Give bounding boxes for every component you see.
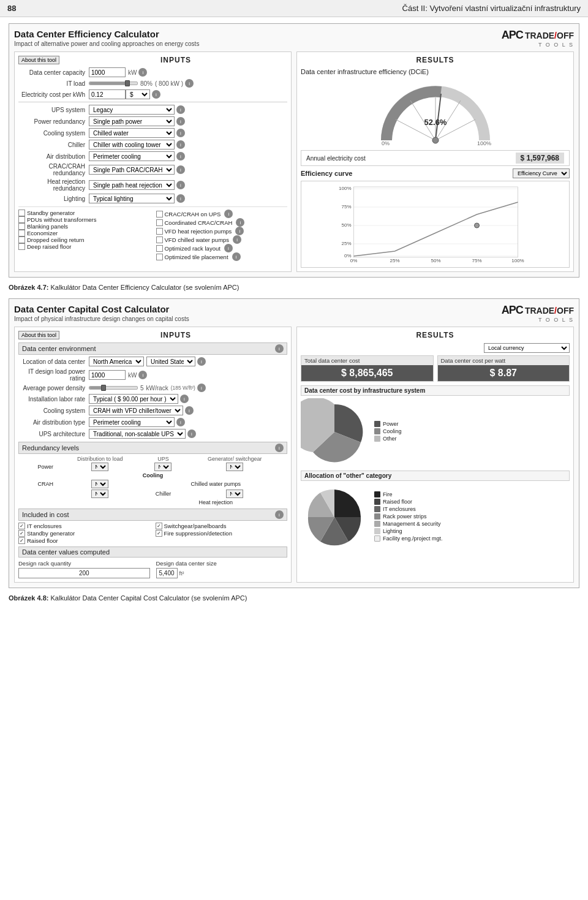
tool2-redund-info[interactable]: i xyxy=(275,444,284,452)
tool1-ups-info[interactable]: i xyxy=(176,105,185,114)
tool1-cb-racklayout[interactable]: Optimized rack layouti xyxy=(156,244,288,252)
tool2-about-btn[interactable]: About this tool xyxy=(18,331,59,339)
tool2-avgpower-slider[interactable] xyxy=(89,386,138,390)
tool1-cb-dropped-box[interactable] xyxy=(18,236,25,243)
tool1-cb-vfdheat[interactable]: VFD heat rejection pumpsi xyxy=(156,227,288,235)
tool2-avgpower-thumb[interactable] xyxy=(101,385,106,391)
tool1-eff-curve-select[interactable]: Efficiency Curve xyxy=(513,168,570,178)
tool2-labor-select[interactable]: Typical ( $ 90.00 per hour ) xyxy=(89,394,178,404)
tool1-cooling-info[interactable]: i xyxy=(176,129,185,137)
tool1-powerred-select[interactable]: Single path power xyxy=(89,116,175,126)
tool2-inc-switchgear-box[interactable]: ✓ xyxy=(156,523,162,529)
tool2-inc-fire[interactable]: ✓ Fire suppression/detection xyxy=(156,530,288,537)
tool2-included-info[interactable]: i xyxy=(275,510,284,519)
tool1-itload-slider[interactable] xyxy=(89,81,138,85)
tool2-location-select1[interactable]: North America xyxy=(89,357,144,366)
tool2-inc-fire-box[interactable]: ✓ xyxy=(156,530,162,537)
tool1-capacity-info[interactable]: i xyxy=(138,68,147,77)
tool2-labor-info[interactable]: i xyxy=(180,395,189,403)
tool2-power-n1[interactable]: N xyxy=(91,463,108,471)
tool2-cooling-select[interactable]: CRAH with VFD chiller/tower xyxy=(89,406,183,415)
tool2-inc-floor[interactable]: ✓ Raised floor xyxy=(18,537,151,544)
tool2-itload-input[interactable] xyxy=(89,370,126,380)
tool2-chiller-sel[interactable]: N xyxy=(56,489,144,499)
tool1-cb-dropped[interactable]: Dropped ceiling return xyxy=(18,236,150,243)
tool1-cb-economizer[interactable]: Economizer xyxy=(18,230,150,236)
tool1-slider-thumb[interactable] xyxy=(125,80,130,86)
tool1-cb-standby-box[interactable] xyxy=(18,210,25,216)
tool1-cb-tile-info[interactable]: i xyxy=(232,252,241,261)
tool1-cb-deepfloor-box[interactable] xyxy=(18,243,25,250)
tool2-heat-sel[interactable]: N xyxy=(182,489,287,499)
tool1-cb-coordcrac-box[interactable] xyxy=(156,219,163,226)
tool1-about-btn[interactable]: About this tool xyxy=(18,56,59,64)
tool1-cb-standby[interactable]: Standby generator xyxy=(18,210,150,216)
tool2-ups-info[interactable]: i xyxy=(187,429,196,438)
tool1-lighting-info[interactable]: i xyxy=(176,194,185,203)
tool2-ups-select[interactable]: Traditional, non-scalable UPS xyxy=(89,429,186,439)
tool2-power-n3[interactable]: N xyxy=(226,463,243,471)
tool1-cb-tile[interactable]: Optimized tile placementi xyxy=(156,252,288,261)
tool1-heat-select[interactable]: Single path heat rejection xyxy=(89,180,175,190)
tool1-elec-info[interactable]: i xyxy=(152,90,160,99)
tool1-cb-cracups-box[interactable] xyxy=(156,211,163,217)
tool2-crah-sel1[interactable]: N xyxy=(56,479,144,489)
tool2-inc-it-box[interactable]: ✓ xyxy=(18,523,25,529)
tool1-cb-vfdheat-info[interactable]: i xyxy=(235,227,244,235)
tool1-cb-racklayout-box[interactable] xyxy=(156,245,163,252)
tool1-elec-currency[interactable]: $ xyxy=(126,89,150,99)
tool2-itload-info[interactable]: i xyxy=(138,371,147,379)
tool1-ups-select[interactable]: Legacy xyxy=(89,105,175,115)
tool1-cb-tile-box[interactable] xyxy=(156,254,163,260)
tool1-crac-select[interactable]: Single Path CRAC/CRAH xyxy=(89,165,175,175)
tool2-airdist-info[interactable]: i xyxy=(176,418,185,426)
tool1-heat-info[interactable]: i xyxy=(176,181,185,189)
tool1-cb-vfdchilled-box[interactable] xyxy=(156,236,163,243)
tool1-cb-economizer-box[interactable] xyxy=(18,230,25,236)
tool1-airdist-select[interactable]: Perimeter cooling xyxy=(89,151,175,161)
tool1-cb-cracups-info[interactable]: i xyxy=(224,210,233,218)
tool1-cb-vfdchilled-info[interactable]: i xyxy=(233,235,241,244)
tool1-chiller-info[interactable]: i xyxy=(176,140,185,149)
tool1-cb-pdu-box[interactable] xyxy=(18,216,25,223)
tool1-cb-blanking-box[interactable] xyxy=(18,223,25,230)
tool2-location-select2[interactable]: United States xyxy=(146,357,195,366)
tool2-cooling-info[interactable]: i xyxy=(185,406,194,415)
tool2-inc-standby[interactable]: ✓ Standby generator xyxy=(18,530,151,537)
tool1-crac-info[interactable]: i xyxy=(176,165,185,174)
tool2-power-n2[interactable]: N xyxy=(154,463,172,471)
tool1-powerred-info[interactable]: i xyxy=(176,117,185,126)
tool2-power-sel2[interactable]: N xyxy=(144,462,182,472)
tool1-cb-vfdchilled[interactable]: VFD chilled water pumpsi xyxy=(156,235,288,244)
tool2-inc-floor-box[interactable]: ✓ xyxy=(18,537,25,544)
tool2-airdist-select[interactable]: Perimeter cooling xyxy=(89,417,175,427)
tool1-lighting-select[interactable]: Typical lighting xyxy=(89,194,175,203)
tool2-location-info[interactable]: i xyxy=(197,357,206,366)
tool2-heat-n[interactable]: N xyxy=(226,490,243,498)
tool1-cb-deepfloor[interactable]: Deep raised floor xyxy=(18,243,150,250)
tool2-inc-it[interactable]: ✓ IT enclosures xyxy=(18,523,151,529)
tool1-cb-pdu[interactable]: PDUs without transformers xyxy=(18,216,150,223)
tool2-currency-select[interactable]: Local currency xyxy=(484,343,570,353)
tool2-avgpower-info[interactable]: i xyxy=(197,384,206,392)
tool1-chiller-select[interactable]: Chiller with cooling tower xyxy=(89,140,175,149)
tool2-inc-standby-box[interactable]: ✓ xyxy=(18,530,25,537)
tool1-itload-info[interactable]: i xyxy=(185,79,194,88)
tool2-chiller-n[interactable]: N xyxy=(91,490,108,498)
tool2-inc-switchgear[interactable]: ✓ Switchgear/panelboards xyxy=(156,523,288,529)
tool1-cb-coordcrac-info[interactable]: i xyxy=(236,218,244,227)
tool1-cb-vfdheat-box[interactable] xyxy=(156,228,163,235)
tool2-pie1-container: Power Cooling Other xyxy=(301,398,570,466)
tool2-crah-n1[interactable]: N xyxy=(91,480,108,488)
tool1-capacity-input[interactable] xyxy=(89,67,126,77)
tool2-power-sel1[interactable]: N xyxy=(56,462,144,472)
tool1-cb-racklayout-info[interactable]: i xyxy=(224,244,233,252)
tool1-elec-input[interactable] xyxy=(89,89,126,99)
tool1-cb-cracups[interactable]: CRAC/CRAH on UPSi xyxy=(156,210,288,218)
tool1-airdist-info[interactable]: i xyxy=(176,152,185,161)
tool1-cooling-select[interactable]: Chilled water xyxy=(89,128,175,138)
tool2-env-info[interactable]: i xyxy=(275,344,284,353)
tool2-power-sel3[interactable]: N xyxy=(182,462,287,472)
tool1-cb-blanking[interactable]: Blanking panels xyxy=(18,223,150,230)
tool1-cb-coordcrac[interactable]: Coordinated CRAC/CRAHi xyxy=(156,218,288,227)
